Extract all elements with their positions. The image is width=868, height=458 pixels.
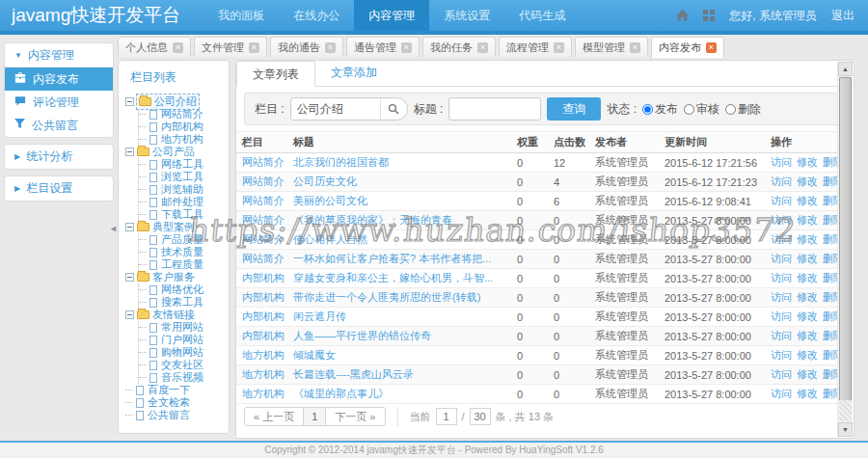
tab-close-icon[interactable]: × <box>554 42 564 53</box>
category-link[interactable]: 网站简介 <box>242 195 285 206</box>
action-visit-link[interactable]: 访问 <box>771 368 792 380</box>
tab-close-icon[interactable]: × <box>249 42 259 53</box>
tree-node-label[interactable]: 公共留言 <box>148 408 190 422</box>
action-visit-link[interactable]: 访问 <box>771 175 792 187</box>
action-delete-link[interactable]: 删除 <box>823 195 838 206</box>
action-delete-link[interactable]: 删除 <box>823 253 838 264</box>
scroll-down-button[interactable]: ▼ <box>838 422 853 437</box>
action-edit-link[interactable]: 修改 <box>797 195 818 206</box>
action-edit-link[interactable]: 修改 <box>797 310 818 322</box>
article-title-link[interactable]: 长篇连载----黑虎山风云录 <box>293 368 414 380</box>
page-size-input[interactable]: 30 <box>470 408 491 425</box>
sidebar-item[interactable]: 评论管理 <box>5 91 113 114</box>
action-edit-link[interactable]: 修改 <box>797 291 818 303</box>
apps-grid-icon[interactable] <box>703 10 715 21</box>
workspace-tab[interactable]: 我的任务× <box>422 37 496 57</box>
tab-close-icon[interactable]: × <box>325 42 336 53</box>
tab-close-icon[interactable]: × <box>706 42 717 53</box>
tab-article-list[interactable]: 文章列表 <box>236 61 315 87</box>
status-radio-option[interactable]: 发布 <box>642 101 678 118</box>
action-visit-link[interactable]: 访问 <box>771 330 792 341</box>
category-link[interactable]: 内部机构 <box>242 291 285 303</box>
category-link[interactable]: 内部机构 <box>242 310 285 322</box>
logout-link[interactable]: 退出 <box>831 8 854 24</box>
article-title-link[interactable]: 公司历史文化 <box>293 175 357 187</box>
action-edit-link[interactable]: 修改 <box>797 388 818 399</box>
sidebar-item[interactable]: 内容发布 <box>5 67 113 91</box>
workspace-tab[interactable]: 个人信息× <box>118 37 191 57</box>
scroll-up-button[interactable]: ▲ <box>838 62 853 76</box>
tree-collapse-icon[interactable] <box>125 273 134 282</box>
action-delete-link[interactable]: 删除 <box>823 310 838 322</box>
action-edit-link[interactable]: 修改 <box>797 368 818 380</box>
next-page-button[interactable]: 下一页 » <box>326 407 385 426</box>
tab-close-icon[interactable]: × <box>630 42 640 53</box>
category-link[interactable]: 网站简介 <box>242 214 285 226</box>
article-title-link[interactable]: 闲云遮月传 <box>293 310 346 322</box>
nav-item[interactable]: 在线办公 <box>279 0 354 31</box>
category-link[interactable]: 地方机构 <box>242 368 285 380</box>
action-delete-link[interactable]: 删除 <box>823 272 838 283</box>
category-input[interactable] <box>291 98 380 120</box>
tree-collapse-icon[interactable] <box>125 97 134 106</box>
category-link[interactable]: 网站简介 <box>242 156 285 168</box>
status-radio-option[interactable]: 审核 <box>684 101 719 118</box>
action-delete-link[interactable]: 删除 <box>823 233 838 245</box>
status-radio[interactable] <box>725 104 736 115</box>
action-visit-link[interactable]: 访问 <box>771 388 792 399</box>
action-visit-link[interactable]: 访问 <box>771 310 792 322</box>
action-visit-link[interactable]: 访问 <box>771 291 792 303</box>
tab-close-icon[interactable]: × <box>173 42 183 53</box>
sidebar-item[interactable]: 公共留言 <box>5 114 113 137</box>
home-icon[interactable] <box>676 10 689 21</box>
scrollbar-track[interactable] <box>839 400 852 421</box>
action-edit-link[interactable]: 修改 <box>797 214 818 226</box>
nav-item[interactable]: 内容管理 <box>354 0 429 31</box>
status-radio-option[interactable]: 删除 <box>725 101 761 118</box>
article-title-link[interactable]: 倾城魔女 <box>293 349 336 361</box>
article-title-link[interactable]: 穿越女变身和亲公主，嫁给心机男，斗智... <box>293 272 493 283</box>
category-link[interactable]: 网站简介 <box>242 253 285 264</box>
action-visit-link[interactable]: 访问 <box>771 156 792 168</box>
nav-item[interactable]: 代码生成 <box>504 0 580 31</box>
title-input[interactable] <box>448 97 541 121</box>
sidebar-panel-header[interactable]: ▶统计分析 <box>5 145 113 169</box>
category-link[interactable]: 地方机构 <box>242 388 285 399</box>
current-page-input[interactable]: 1 <box>436 408 457 425</box>
action-visit-link[interactable]: 访问 <box>771 349 792 361</box>
action-delete-link[interactable]: 删除 <box>823 388 838 399</box>
action-edit-link[interactable]: 修改 <box>797 349 818 361</box>
tab-article-add[interactable]: 文章添加 <box>315 60 393 86</box>
scrollbar-thumb[interactable] <box>839 77 852 413</box>
tree-collapse-icon[interactable] <box>125 310 134 319</box>
category-link[interactable]: 内部机构 <box>242 330 285 341</box>
status-radio[interactable] <box>684 104 694 115</box>
article-title-link[interactable]: 带你走进一个令人匪夷所思的世界(转载) <box>293 291 480 303</box>
tab-close-icon[interactable]: × <box>401 42 412 53</box>
category-picker[interactable] <box>290 97 408 121</box>
action-visit-link[interactable]: 访问 <box>771 253 792 264</box>
action-delete-link[interactable]: 删除 <box>823 291 838 303</box>
article-title-link[interactable]: 一杯水如何让客户抢着买? 本书作者将把... <box>293 253 491 264</box>
status-radio[interactable] <box>642 104 653 115</box>
nav-item[interactable]: 系统设置 <box>429 0 504 31</box>
tree-node[interactable]: 公共留言 <box>125 409 229 421</box>
action-delete-link[interactable]: 删除 <box>823 330 838 341</box>
article-title-link[interactable]: 美丽的公司文化 <box>293 195 367 206</box>
sidebar-panel-header[interactable]: ▼内容管理 <box>5 43 113 67</box>
category-search-icon[interactable] <box>380 97 407 121</box>
action-delete-link[interactable]: 删除 <box>823 214 838 226</box>
panel-collapse-arrow[interactable]: ◄ <box>109 224 118 233</box>
workspace-tab[interactable]: 文件管理× <box>194 37 267 57</box>
workspace-tab[interactable]: 模型管理× <box>575 37 648 57</box>
action-edit-link[interactable]: 修改 <box>797 156 818 168</box>
workspace-tab[interactable]: 我的通告× <box>270 37 343 57</box>
workspace-tab[interactable]: 流程管理× <box>499 37 572 57</box>
tree-collapse-icon[interactable] <box>125 223 134 231</box>
action-edit-link[interactable]: 修改 <box>797 175 818 187</box>
action-delete-link[interactable]: 删除 <box>823 349 838 361</box>
category-link[interactable]: 网站简介 <box>242 175 285 187</box>
prev-page-button[interactable]: « 上一页 <box>244 407 304 426</box>
category-link[interactable]: 网站简介 <box>242 233 285 245</box>
action-delete-link[interactable]: 删除 <box>823 368 838 380</box>
